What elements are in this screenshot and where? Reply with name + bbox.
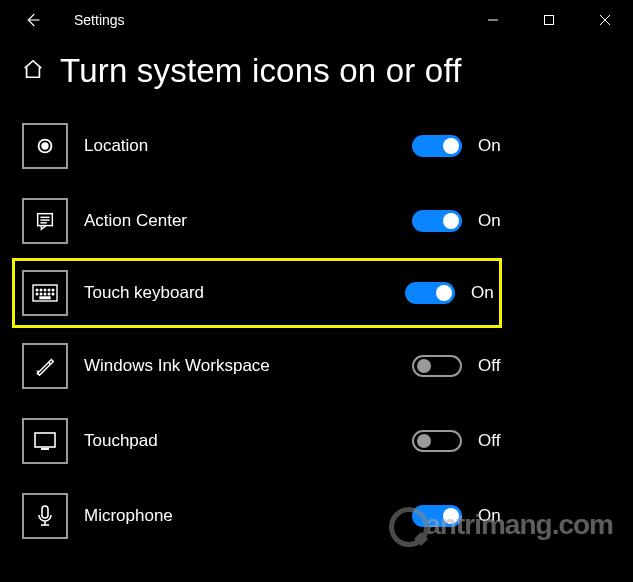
- svg-rect-1: [545, 16, 554, 25]
- toggle-state-text: Off: [478, 431, 500, 451]
- svg-rect-24: [42, 506, 48, 518]
- toggle-action-center[interactable]: [412, 210, 462, 232]
- setting-label: Microphone: [84, 506, 633, 526]
- close-button[interactable]: [577, 0, 633, 40]
- toggle-microphone[interactable]: [412, 505, 462, 527]
- ink-workspace-icon: [22, 343, 68, 389]
- touchpad-icon: [22, 418, 68, 464]
- svg-point-20: [52, 293, 54, 295]
- setting-row-ink-workspace: Windows Ink WorkspaceOff: [22, 328, 633, 403]
- action-center-icon: [22, 198, 68, 244]
- svg-point-19: [48, 293, 50, 295]
- setting-label: Windows Ink Workspace: [84, 356, 633, 376]
- svg-rect-23: [41, 448, 49, 450]
- titlebar: Settings: [0, 0, 633, 40]
- svg-point-18: [44, 293, 46, 295]
- page-header: Turn system icons on or off: [0, 40, 633, 108]
- svg-point-17: [40, 293, 42, 295]
- toggle-state-text: Off: [478, 356, 500, 376]
- toggle-wrap: Off: [412, 430, 500, 452]
- setting-row-microphone: MicrophoneOn: [22, 478, 633, 553]
- location-icon: [22, 123, 68, 169]
- home-icon[interactable]: [22, 58, 44, 84]
- svg-point-11: [36, 289, 38, 291]
- back-button[interactable]: [18, 6, 46, 34]
- setting-label: Action Center: [84, 211, 633, 231]
- minimize-button[interactable]: [465, 0, 521, 40]
- maximize-button[interactable]: [521, 0, 577, 40]
- setting-row-location: LocationOn: [22, 108, 633, 183]
- svg-rect-21: [40, 297, 50, 299]
- window-controls: [465, 0, 633, 40]
- toggle-state-text: On: [478, 506, 501, 526]
- toggle-touchpad[interactable]: [412, 430, 462, 452]
- setting-row-touchpad: TouchpadOff: [22, 403, 633, 478]
- toggle-state-text: On: [478, 211, 501, 231]
- setting-label: Location: [84, 136, 633, 156]
- toggle-wrap: On: [412, 135, 501, 157]
- setting-label: Touchpad: [84, 431, 633, 451]
- svg-point-13: [44, 289, 46, 291]
- toggle-state-text: On: [478, 136, 501, 156]
- toggle-wrap: On: [412, 210, 501, 232]
- toggle-state-text: On: [471, 283, 494, 303]
- svg-point-5: [42, 143, 48, 149]
- touch-keyboard-icon: [22, 270, 68, 316]
- settings-list: LocationOnAction CenterOnTouch keyboardO…: [0, 108, 633, 553]
- window-title: Settings: [74, 12, 125, 28]
- svg-point-14: [48, 289, 50, 291]
- toggle-ink-workspace[interactable]: [412, 355, 462, 377]
- svg-rect-22: [35, 433, 55, 447]
- svg-point-16: [36, 293, 38, 295]
- svg-point-12: [40, 289, 42, 291]
- toggle-touch-keyboard[interactable]: [405, 282, 455, 304]
- toggle-wrap: On: [405, 282, 494, 304]
- svg-point-15: [52, 289, 54, 291]
- toggle-wrap: Off: [412, 355, 500, 377]
- setting-row-action-center: Action CenterOn: [22, 183, 633, 258]
- setting-row-touch-keyboard: Touch keyboardOn: [12, 258, 502, 328]
- page-title: Turn system icons on or off: [60, 52, 462, 90]
- toggle-location[interactable]: [412, 135, 462, 157]
- microphone-icon: [22, 493, 68, 539]
- toggle-wrap: On: [412, 505, 501, 527]
